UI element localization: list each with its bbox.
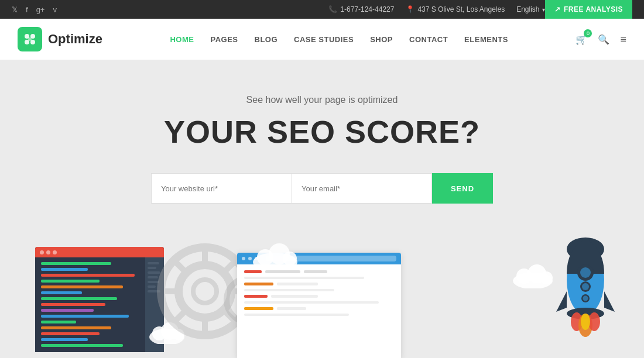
free-analysis-button[interactable]: ↗ Free Analysis [545, 0, 632, 19]
location-icon: 📍 [406, 5, 415, 13]
svg-point-25 [283, 252, 297, 266]
browser-content [237, 264, 401, 322]
chart-icon: ↗ [554, 5, 561, 13]
website-url-input[interactable] [151, 173, 292, 204]
code-dot-3 [53, 250, 57, 254]
address-info: 📍 437 S Olive St, Los Angeles [406, 5, 505, 13]
browser-illustration [237, 253, 407, 358]
language-label: English [516, 5, 539, 13]
svg-line-18 [224, 260, 236, 272]
svg-point-37 [583, 296, 588, 301]
social-links: 𝕏 f g+ v [12, 5, 57, 14]
code-editor-header [35, 247, 164, 257]
svg-point-4 [28, 37, 32, 41]
address-text: 437 S Olive St, Los Angeles [417, 5, 505, 13]
menu-button[interactable]: ≡ [620, 33, 626, 46]
nav-item-case-studies[interactable]: CASE STUDIES [294, 35, 354, 44]
nav-icons: 🛒 0 🔍 ≡ [576, 33, 626, 46]
nav-item-pages[interactable]: PAGES [210, 35, 238, 44]
code-editor [35, 247, 164, 352]
svg-line-19 [174, 311, 186, 322]
rocket-svg [544, 227, 626, 356]
logo[interactable]: Optimize [18, 27, 102, 51]
svg-point-2 [25, 40, 29, 44]
svg-point-1 [30, 34, 35, 39]
search-button[interactable]: 🔍 [598, 34, 609, 45]
hero-subtitle: See how well your page is optimized [246, 95, 398, 105]
top-bar-right: 📞 1-677-124-44227 📍 437 S Olive St, Los … [328, 0, 632, 19]
code-dot-2 [46, 250, 50, 254]
nav-item-shop[interactable]: SHOP [370, 35, 393, 44]
svg-point-29 [540, 271, 553, 284]
svg-point-42 [581, 314, 590, 330]
code-dot-1 [40, 250, 44, 254]
nav-item-contact[interactable]: CONTACT [409, 35, 448, 44]
code-lines [35, 257, 164, 352]
svg-point-11 [193, 280, 217, 303]
svg-point-0 [25, 34, 29, 39]
svg-point-33 [580, 267, 591, 278]
free-analysis-label: Free Analysis [564, 5, 623, 13]
email-input[interactable] [292, 173, 432, 204]
cloud-right [509, 262, 556, 291]
phone-number: 1-677-124-44227 [340, 5, 394, 13]
svg-point-3 [30, 40, 35, 44]
nav-item-blog[interactable]: BLOG [255, 35, 278, 44]
nav-item-elements[interactable]: ELEMENTS [464, 35, 508, 44]
nav-menu: HOME PAGES BLOG CASE STUDIES SHOP CONTAC… [170, 35, 508, 44]
browser-dot-1 [242, 257, 245, 260]
contact-info: 📞 1-677-124-44227 📍 437 S Olive St, Los … [328, 5, 505, 13]
hero-illustrations [0, 229, 644, 358]
language-selector[interactable]: English ▾ [516, 5, 544, 13]
vimeo-icon[interactable]: v [53, 5, 57, 14]
logo-icon [18, 27, 42, 51]
rocket-illustration [544, 227, 626, 358]
navbar: Optimize HOME PAGES BLOG CASE STUDIES SH… [0, 19, 644, 60]
phone-icon: 📞 [328, 5, 337, 13]
hero-form: SEND [151, 173, 493, 204]
hero-section: See how well your page is optimized YOUR… [0, 60, 644, 358]
logo-svg [22, 31, 38, 47]
send-button[interactable]: SEND [432, 173, 493, 204]
top-bar: 𝕏 f g+ v 📞 1-677-124-44227 📍 437 S Olive… [0, 0, 644, 19]
svg-point-35 [582, 283, 589, 290]
nav-item-home[interactable]: HOME [170, 35, 194, 44]
cart-button[interactable]: 🛒 0 [576, 34, 587, 45]
facebook-icon[interactable]: f [26, 5, 28, 14]
logo-text: Optimize [48, 32, 102, 47]
twitter-icon[interactable]: 𝕏 [12, 5, 18, 14]
cloud-mid [249, 241, 302, 273]
google-plus-icon[interactable]: g+ [36, 5, 45, 14]
phone-info: 📞 1-677-124-44227 [328, 5, 394, 13]
svg-line-16 [174, 260, 186, 272]
cart-badge: 0 [584, 29, 592, 37]
hero-title: YOUR SEO SCORE? [164, 113, 480, 150]
